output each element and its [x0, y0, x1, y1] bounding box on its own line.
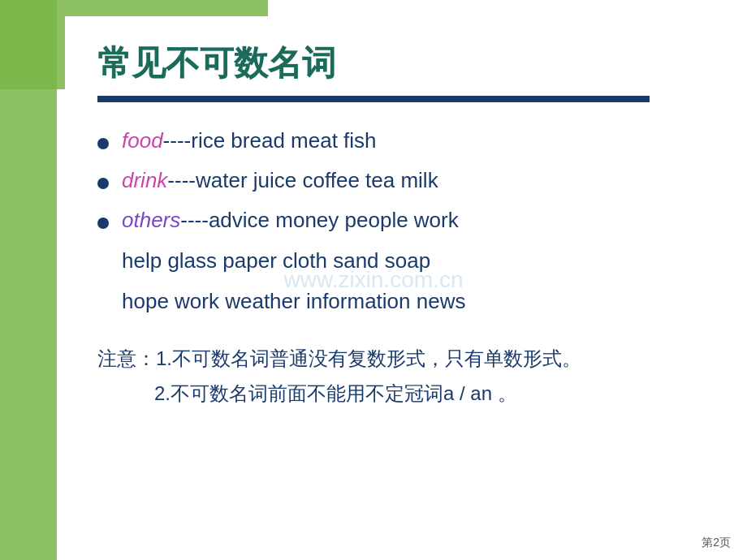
list-item: others----advice money people work: [97, 205, 698, 236]
list-item: drink----water juice coffee tea milk: [97, 165, 698, 196]
note-line-2: 2.不可数名词前面不能用不定冠词a / an 。: [154, 376, 698, 411]
note-line-1: 注意：1.不可数名词普通没有复数形式，只有单数形式。: [97, 341, 698, 376]
bullet-dot: [97, 178, 109, 189]
keyword-food: food: [122, 128, 163, 153]
page-number: 第2页: [702, 536, 731, 550]
continuation-line-2: hope work weather information news: [122, 285, 698, 319]
bullet-text-drink: ----water juice coffee tea milk: [167, 168, 438, 192]
title-divider: [97, 96, 650, 102]
list-item: food----rice bread meat fish: [97, 125, 698, 157]
bullet-dot: [97, 138, 109, 149]
bullet-text-food: ----rice bread meat fish: [163, 128, 377, 153]
content-area: 常见不可数名词 food----rice bread meat fish dri…: [65, 16, 731, 544]
keyword-others: others: [122, 208, 180, 232]
bullet-dot: [97, 218, 109, 229]
keyword-drink: drink: [122, 168, 167, 192]
bullet-list: food----rice bread meat fish drink----wa…: [97, 125, 698, 236]
slide-title: 常见不可数名词: [97, 41, 698, 86]
continuation-line-1: help glass paper cloth sand soap: [122, 244, 698, 278]
note-section: 注意：1.不可数名词普通没有复数形式，只有单数形式。 2.不可数名词前面不能用不…: [97, 341, 698, 411]
bullet-text-others: ----advice money people work: [180, 208, 458, 232]
